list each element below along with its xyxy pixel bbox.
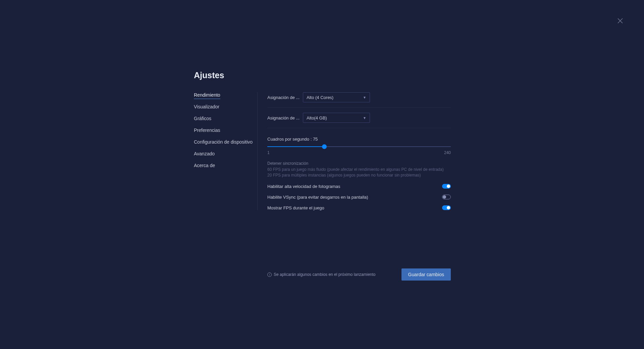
vsync-toggle-label: Habilite VSync (para evitar desgarros en… [267, 195, 368, 200]
sidebar-item-label: Preferencias [194, 128, 220, 133]
sidebar-item-label: Configuración de dispositivo [194, 139, 253, 145]
fps-label: Cuadros por segundo : 75 [267, 137, 451, 142]
high-fps-toggle[interactable] [442, 184, 451, 189]
sidebar-item-avanzado[interactable]: Avanzado [194, 151, 254, 163]
show-fps-toggle-label: Mostrar FPS durante el juego [267, 205, 324, 210]
sync-info-block: Detener sincronización 60 FPS para un ju… [267, 161, 451, 178]
save-button[interactable]: Guardar cambios [401, 268, 451, 281]
dropdown-value: Alto(4 GB) [307, 115, 327, 120]
sidebar-item-label: Gráficos [194, 116, 211, 121]
cpu-allocation-label: Asignación de ... [267, 95, 303, 100]
ram-allocation-dropdown[interactable]: Alto(4 GB) ▼ [303, 113, 370, 123]
sync-info-line: 20 FPS para múltiples instancias (alguno… [267, 172, 451, 178]
fps-slider[interactable] [267, 144, 451, 149]
slider-max-label: 240 [444, 150, 451, 155]
chevron-down-icon: ▼ [363, 96, 366, 99]
sidebar-item-acerca[interactable]: Acerca de [194, 163, 254, 174]
info-icon: i [267, 272, 272, 277]
sync-info-title: Detener sincronización [267, 161, 451, 166]
footer-notice: i Se aplicarán algunos cambios en el pró… [267, 272, 376, 277]
slider-thumb[interactable] [322, 144, 327, 149]
show-fps-toggle[interactable] [442, 205, 451, 210]
footer-notice-text: Se aplicarán algunos cambios en el próxi… [274, 272, 376, 277]
close-icon [618, 18, 623, 23]
sidebar-item-label: Avanzado [194, 151, 215, 156]
settings-sidebar: Rendimiento Visualizador Gráficos Prefer… [194, 92, 258, 210]
cpu-allocation-dropdown[interactable]: Alto (4 Cores) ▼ [303, 92, 370, 102]
close-button[interactable] [616, 17, 624, 25]
dropdown-value: Alto (4 Cores) [307, 95, 333, 100]
slider-min-label: 1 [267, 150, 270, 155]
sidebar-item-rendimiento[interactable]: Rendimiento [194, 92, 254, 104]
vsync-toggle[interactable] [442, 195, 451, 199]
sidebar-item-label: Visualizador [194, 104, 219, 109]
sidebar-item-visualizador[interactable]: Visualizador [194, 104, 254, 116]
page-title: Ajustes [194, 70, 451, 80]
sync-info-line: 60 FPS para un juego más fluido (puede a… [267, 167, 451, 172]
sidebar-item-preferencias[interactable]: Preferencias [194, 128, 254, 139]
ram-allocation-label: Asignación de ... [267, 115, 303, 120]
sidebar-item-dispositivo[interactable]: Configuración de dispositivo [194, 139, 254, 151]
sidebar-item-label: Acerca de [194, 163, 215, 168]
chevron-down-icon: ▼ [363, 116, 366, 120]
main-panel: Asignación de ... Alto (4 Cores) ▼ Asign… [258, 92, 451, 210]
sidebar-item-graficos[interactable]: Gráficos [194, 116, 254, 128]
high-fps-toggle-label: Habilitar alta velocidad de fotogramas [267, 184, 340, 189]
sidebar-item-label: Rendimiento [194, 92, 220, 99]
